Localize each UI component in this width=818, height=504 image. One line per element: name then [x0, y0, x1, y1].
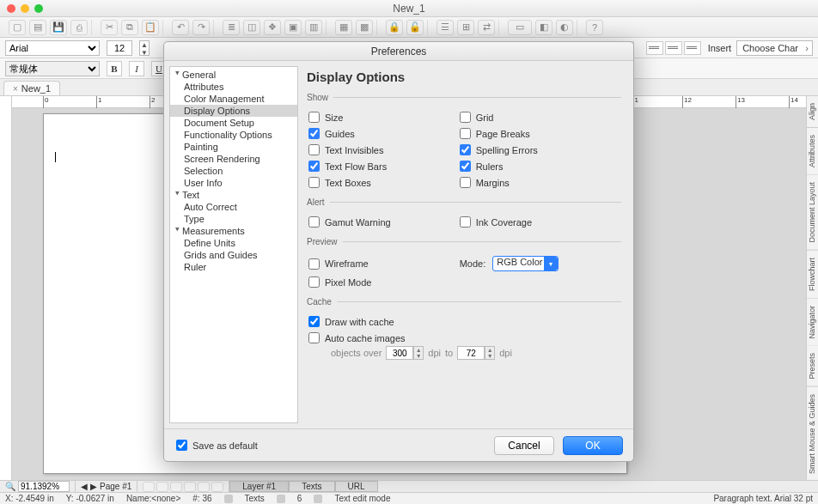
- layers-button[interactable]: ≣: [223, 20, 240, 35]
- doc-tab[interactable]: × New_1: [3, 81, 60, 95]
- ok-button[interactable]: OK: [563, 436, 623, 455]
- chk-spelling[interactable]: Spelling Errors: [458, 142, 609, 158]
- view-mode-1[interactable]: [143, 482, 155, 492]
- chk-auto-cache[interactable]: Auto cache images: [307, 330, 621, 346]
- font-select[interactable]: Arial: [5, 40, 100, 56]
- preferences-tree[interactable]: GeneralAttributesColor ManagementDisplay…: [169, 66, 298, 423]
- cut-button[interactable]: ✂: [101, 20, 118, 35]
- chk-rulers[interactable]: Rulers: [458, 158, 609, 174]
- tree-item[interactable]: Selection: [170, 165, 297, 177]
- tree-item[interactable]: Grids and Guides: [170, 249, 297, 261]
- tree-item[interactable]: User Info: [170, 177, 297, 189]
- valign-bot-button[interactable]: [684, 41, 701, 55]
- view-mode-3[interactable]: [170, 482, 182, 492]
- cache-dpi-to[interactable]: ▲▼: [457, 346, 495, 360]
- side-tab-presets[interactable]: Presets: [807, 346, 818, 387]
- view-mode-5[interactable]: [198, 482, 210, 492]
- tree-item[interactable]: Color Management: [170, 93, 297, 105]
- tree-item[interactable]: Painting: [170, 141, 297, 153]
- unlock-button[interactable]: 🔓: [406, 20, 424, 35]
- next-page-icon[interactable]: ▶: [90, 482, 97, 491]
- ungroup-button[interactable]: ▥: [305, 20, 322, 35]
- prev-page-icon[interactable]: ◀: [81, 482, 88, 491]
- italic-button[interactable]: I: [129, 61, 144, 76]
- distribute-button[interactable]: ⊞: [457, 20, 474, 35]
- chk-save-default[interactable]: Save as default: [174, 437, 259, 453]
- text-cursor: [55, 152, 56, 162]
- color-button[interactable]: ◧: [535, 20, 552, 35]
- copy-button[interactable]: ⧉: [121, 20, 138, 35]
- chk-guides[interactable]: Guides: [307, 125, 458, 142]
- tree-item[interactable]: Attributes: [170, 81, 297, 93]
- print-button[interactable]: ⎙: [70, 20, 88, 35]
- chk-pixel-mode[interactable]: Pixel Mode: [307, 274, 458, 290]
- align-tool-button[interactable]: ☰: [436, 20, 454, 35]
- cancel-button[interactable]: Cancel: [494, 436, 554, 455]
- paste-button[interactable]: 📋: [142, 20, 159, 35]
- snap-button[interactable]: ▩: [356, 20, 373, 35]
- stack-button[interactable]: ❖: [264, 20, 281, 35]
- tree-parent[interactable]: Measurements: [170, 225, 297, 237]
- status-texts: Texts: [245, 494, 265, 503]
- font-style-select[interactable]: 常规体: [5, 61, 100, 76]
- grid-button[interactable]: ▦: [335, 20, 352, 35]
- group-button[interactable]: ▣: [284, 20, 302, 35]
- chk-gamut[interactable]: Gamut Warning: [307, 214, 458, 230]
- chk-text-invisibles[interactable]: Text Invisibles: [307, 142, 458, 158]
- zoom-out-icon[interactable]: 🔍: [5, 482, 15, 491]
- url-tab[interactable]: URL: [335, 481, 378, 492]
- tree-item[interactable]: Ruler: [170, 261, 297, 273]
- open-button[interactable]: ▤: [29, 20, 46, 35]
- save-button[interactable]: 💾: [50, 20, 67, 35]
- undo-button[interactable]: ↶: [172, 20, 189, 35]
- side-tab-navigator[interactable]: Navigator: [807, 299, 818, 347]
- chk-ink[interactable]: Ink Coverage: [458, 214, 609, 230]
- tree-item[interactable]: Type: [170, 213, 297, 225]
- valign-top-button[interactable]: [646, 41, 663, 55]
- view-mode-2[interactable]: [156, 482, 168, 492]
- chk-wireframe[interactable]: Wireframe: [307, 253, 458, 274]
- chk-draw-cache[interactable]: Draw with cache: [307, 313, 621, 330]
- preview-button[interactable]: ▭: [508, 20, 532, 35]
- tree-item[interactable]: Display Options: [170, 105, 297, 117]
- side-tab-smart-mouse-guides[interactable]: Smart Mouse & Guides: [807, 387, 818, 482]
- side-tab-align[interactable]: Align: [807, 96, 818, 128]
- chk-text-boxes[interactable]: Text Boxes: [307, 174, 458, 191]
- chk-margins[interactable]: Margins: [458, 174, 609, 191]
- tree-parent[interactable]: Text: [170, 189, 297, 201]
- tree-item[interactable]: Document Setup: [170, 117, 297, 129]
- cache-dpi-from[interactable]: ▲▼: [386, 346, 424, 360]
- valign-mid-button[interactable]: [665, 41, 682, 55]
- help-button[interactable]: ?: [586, 20, 603, 35]
- chk-page-breaks[interactable]: Page Breaks: [458, 125, 609, 142]
- chk-flow-bars[interactable]: Text Flow Bars: [307, 158, 458, 174]
- tree-item[interactable]: Define Units: [170, 237, 297, 249]
- arrange-button[interactable]: ◫: [243, 20, 260, 35]
- doc-tab-label: New_1: [21, 83, 51, 94]
- zoom-input[interactable]: [18, 481, 70, 492]
- redo-button[interactable]: ↷: [192, 20, 210, 35]
- preview-mode-select[interactable]: RGB Color▾: [492, 256, 559, 271]
- bold-button[interactable]: B: [107, 61, 122, 76]
- tree-item[interactable]: Screen Rendering: [170, 153, 297, 165]
- texts-tab[interactable]: Texts: [289, 481, 334, 492]
- side-tab-document-layout[interactable]: Document Layout: [807, 175, 818, 251]
- new-doc-button[interactable]: ▢: [9, 20, 26, 35]
- close-tab-icon[interactable]: ×: [13, 84, 18, 94]
- tree-parent[interactable]: General: [170, 69, 297, 81]
- tree-item[interactable]: Auto Correct: [170, 201, 297, 213]
- tree-item[interactable]: Functionality Options: [170, 129, 297, 141]
- side-tab-attributes[interactable]: Attributes: [807, 128, 818, 175]
- side-tab-flowchart[interactable]: Flowchart: [807, 251, 818, 299]
- chk-grid[interactable]: Grid: [458, 109, 609, 125]
- lock-button[interactable]: 🔒: [386, 20, 403, 35]
- layer-tab[interactable]: Layer #1: [229, 481, 289, 492]
- chk-size[interactable]: Size: [307, 109, 458, 125]
- font-size-input[interactable]: [107, 40, 132, 56]
- view-mode-6[interactable]: [211, 482, 223, 492]
- view-mode-4[interactable]: [184, 482, 196, 492]
- effects-button[interactable]: ◐: [556, 20, 573, 35]
- font-size-stepper[interactable]: ▲▼: [139, 40, 150, 56]
- choose-char-button[interactable]: Choose Char: [736, 40, 813, 56]
- flip-button[interactable]: ⇄: [478, 20, 495, 35]
